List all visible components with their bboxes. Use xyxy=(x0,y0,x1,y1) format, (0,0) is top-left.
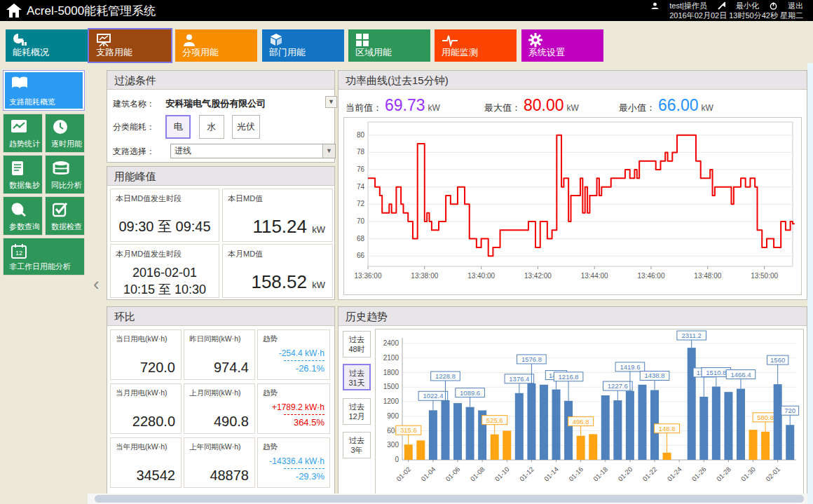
svg-text:0: 0 xyxy=(395,456,399,463)
min-value-stat: 最小值：66.00kW xyxy=(619,96,713,115)
svg-text:68: 68 xyxy=(357,235,365,243)
tab-system-settings[interactable]: 系统设置 xyxy=(521,29,603,62)
sidebar-item-yoy-analysis[interactable]: 同比分析 xyxy=(45,155,85,194)
svg-text:02-01: 02-01 xyxy=(764,465,781,483)
category-row: 分类能耗： 电 水 光伏 xyxy=(113,115,266,139)
minimize-button[interactable]: 最小化 xyxy=(718,1,759,10)
vertical-scrollbar[interactable] xyxy=(807,63,813,504)
building-dropdown-arrow[interactable]: ▼ xyxy=(325,96,337,108)
svg-text:1089.6: 1089.6 xyxy=(460,389,480,397)
history-title: 历史趋势 xyxy=(339,307,807,326)
title-bar: Acrel-5000能耗管理系统 test|操作员 最小化 退出 2016年02… xyxy=(0,0,813,21)
building-label: 建筑名称： xyxy=(113,98,163,110)
sidebar-item-data-check[interactable]: 数据检查 xyxy=(45,196,85,236)
dish-icon xyxy=(11,202,27,220)
month-md-period-card: 本月MD值发生时段 2016-02-0110:15 至 10:30 xyxy=(110,244,219,298)
day-md-value: 115.24 kW xyxy=(252,216,325,238)
branch-label: 支路选择： xyxy=(113,146,163,158)
sidebar-item-nonworkday-analysis[interactable]: 12 非工作日用能分析 xyxy=(3,238,85,275)
building-select-value[interactable]: 安科瑞电气股份有限公司 xyxy=(165,98,266,109)
filter-title: 过滤条件 xyxy=(107,71,334,90)
branch-row: 支路选择： 进线▼ xyxy=(113,146,330,158)
svg-text:1216.8: 1216.8 xyxy=(559,373,579,381)
minimize-icon xyxy=(718,2,725,10)
tab-energy-overview[interactable]: 能耗概况 xyxy=(6,29,88,62)
sidebar-item-trend-stats[interactable]: 趋势统计 xyxy=(3,114,43,153)
svg-text:66: 66 xyxy=(357,252,365,259)
sidebar-item-hourly-energy[interactable]: 逐时用能 xyxy=(45,114,85,153)
svg-text:01-28: 01-28 xyxy=(715,465,732,483)
user-menu[interactable]: test|操作员 xyxy=(651,1,707,10)
svg-text:13:40:00: 13:40:00 xyxy=(467,272,495,280)
svg-text:01-26: 01-26 xyxy=(690,465,708,483)
category-button-pv[interactable]: 光伏 xyxy=(232,115,260,139)
sidebar-item-branch-overview[interactable]: 支路能耗概览 xyxy=(3,70,85,111)
database-icon xyxy=(53,161,69,179)
range-button-31d[interactable]: 过去31天 xyxy=(343,364,371,390)
category-button-electric[interactable]: 电 xyxy=(165,115,191,139)
svg-text:01-20: 01-20 xyxy=(616,465,634,483)
svg-text:13:38:00: 13:38:00 xyxy=(411,272,438,280)
ratio-trend-cell: 趋势 -14336.4 kW·h -29.3% xyxy=(257,437,330,488)
ratio-cell: 昨日同期(kW·h) 974.4 xyxy=(184,329,255,380)
svg-text:13:42:00: 13:42:00 xyxy=(524,272,552,280)
tab-energy-monitor[interactable]: 用能监测 xyxy=(435,29,517,62)
svg-text:1228.8: 1228.8 xyxy=(435,372,456,380)
month-md-value-card: 本月MD值 158.52 kW xyxy=(222,244,333,298)
svg-text:1500: 1500 xyxy=(383,383,399,390)
svg-text:2100: 2100 xyxy=(383,354,399,362)
sidebar: 支路能耗概览 趋势统计 逐时用能 数据集抄 同比分析 参数查询 数据检查 12 … xyxy=(0,63,88,504)
horizontal-scrollbar-thumb[interactable] xyxy=(95,495,804,503)
power-stats-row: 当前值：69.73kW 最大值：80.00kW 最小值：66.00kW xyxy=(339,90,807,116)
svg-text:1376.4: 1376.4 xyxy=(509,375,529,383)
tab-area-energy[interactable]: 区域用能 xyxy=(348,29,430,62)
peak-panel: 用能峰值 本日MD值发生时段 09:30 至 09:45 本日MD值 115.2… xyxy=(107,166,335,300)
building-row: 建筑名称： 安科瑞电气股份有限公司 ▼ xyxy=(113,97,330,110)
svg-text:1510.8: 1510.8 xyxy=(706,369,726,376)
range-button-48h[interactable]: 过去48时 xyxy=(343,331,371,357)
ratio-trend-cell: 趋势 -254.4 kW·h -26.1% xyxy=(257,329,330,380)
sidebar-item-data-reading[interactable]: 数据集抄 xyxy=(3,155,43,194)
svg-text:72: 72 xyxy=(357,200,365,207)
horizontal-scrollbar[interactable] xyxy=(88,493,813,504)
ratio-cell: 当年用电(kW·h) 34542 xyxy=(110,437,182,488)
svg-text:148.8: 148.8 xyxy=(659,425,676,433)
range-button-12m[interactable]: 过去12月 xyxy=(343,398,371,425)
home-icon[interactable] xyxy=(6,2,22,22)
svg-text:12: 12 xyxy=(15,250,22,257)
svg-text:13:50:00: 13:50:00 xyxy=(751,272,778,280)
svg-text:1576.8: 1576.8 xyxy=(521,355,542,363)
svg-text:2311.2: 2311.2 xyxy=(682,332,702,339)
chevron-down-icon[interactable]: ▼ xyxy=(322,144,335,158)
svg-text:01-04: 01-04 xyxy=(419,465,437,483)
current-value-stat: 当前值：69.73kW xyxy=(346,96,440,115)
branch-select[interactable]: 进线▼ xyxy=(170,144,336,158)
svg-text:496.8: 496.8 xyxy=(573,418,589,425)
range-button-3y[interactable]: 过去3年 xyxy=(343,432,371,458)
ratio-panel: 环比 当日用电(kW·h) 720.0 昨日同期(kW·h) 974.4 趋势 … xyxy=(107,306,335,497)
svg-text:2400: 2400 xyxy=(383,339,399,347)
logout-button[interactable]: 退出 xyxy=(770,1,803,10)
svg-text:315.6: 315.6 xyxy=(400,426,417,434)
svg-text:01-10: 01-10 xyxy=(493,465,511,483)
day-md-value-card: 本日MD值 115.24 kW xyxy=(222,189,333,242)
peak-title: 用能峰值 xyxy=(107,167,334,186)
tab-subitem-energy[interactable]: 分项用能 xyxy=(175,29,257,62)
sidebar-collapse-chevron[interactable]: ‹ xyxy=(93,273,107,294)
tab-branch-energy[interactable]: 支路用能 xyxy=(89,29,171,62)
tab-department-energy[interactable]: 部门用能 xyxy=(262,29,344,62)
svg-text:74: 74 xyxy=(357,183,365,191)
user-icon xyxy=(651,2,659,10)
book-icon xyxy=(11,76,29,94)
history-bar-chart: 030060090012001500180021002400315.601-02… xyxy=(375,329,804,498)
day-md-period-card: 本日MD值发生时段 09:30 至 09:45 xyxy=(110,189,219,242)
svg-text:580.8: 580.8 xyxy=(757,414,774,421)
filter-panel: 过滤条件 建筑名称： 安科瑞电气股份有限公司 ▼ 分类能耗： 电 水 光伏 支路… xyxy=(107,70,335,163)
category-button-water[interactable]: 水 xyxy=(199,115,224,139)
svg-text:1419.6: 1419.6 xyxy=(620,363,640,371)
svg-text:13:46:00: 13:46:00 xyxy=(638,272,665,280)
svg-text:76: 76 xyxy=(357,165,365,173)
svg-text:80: 80 xyxy=(357,131,365,139)
svg-text:13:44:00: 13:44:00 xyxy=(581,272,608,280)
sidebar-item-param-query[interactable]: 参数查询 xyxy=(3,196,43,236)
